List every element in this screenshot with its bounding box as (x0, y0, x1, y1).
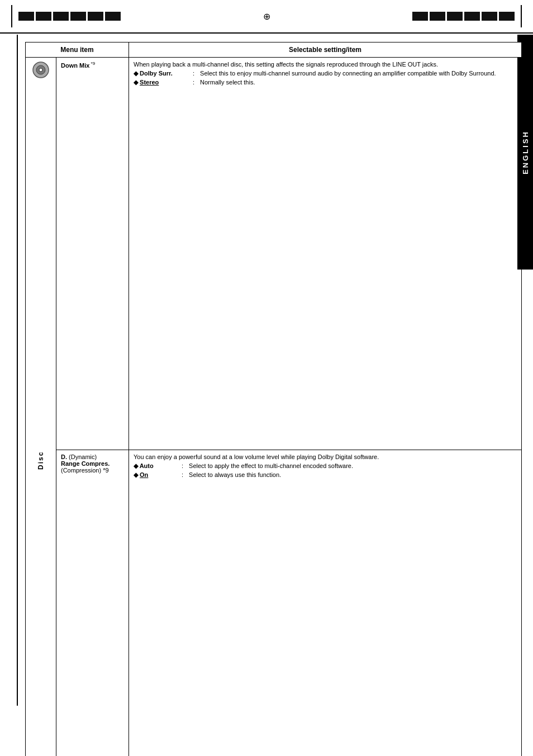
disc-section-content: Disc (30, 61, 51, 756)
right-blocks (412, 12, 515, 21)
page-wrapper: ⊕ ENGLISH (0, 0, 533, 756)
col-menu-item: Menu item (26, 42, 129, 58)
right-vert-bar (521, 5, 522, 27)
block3 (53, 12, 69, 21)
block4 (70, 12, 86, 21)
drange-auto-desc: Select to apply the effect to multi-chan… (189, 462, 353, 469)
rblock3 (447, 12, 463, 21)
right-blocks-row1 (412, 12, 515, 21)
drange-on-label: ◆ On (134, 471, 178, 479)
header-bar: ⊕ (0, 0, 533, 34)
block1 (18, 12, 34, 21)
downmix-dolby-row: ◆ Dolby Surr. : Select this to enjoy mul… (134, 70, 517, 77)
disc-icon (32, 61, 50, 79)
svg-point-2 (39, 68, 42, 72)
downmix-stereo-row: ◆ Stereo : Normally select this. (134, 79, 517, 86)
block2 (36, 12, 51, 21)
rblock1 (412, 12, 428, 21)
colon1: : (193, 70, 194, 77)
disc-row-downmix: Disc Down Mix *9 When playing back a mul… (26, 58, 522, 450)
colon2: : (193, 79, 194, 86)
drange-auto-label: ◆ Auto (134, 462, 178, 470)
block5 (88, 12, 103, 21)
downmix-intro: When playing back a multi-channel disc, … (134, 61, 517, 68)
table-header-row: Menu item Selectable setting/item (26, 42, 522, 58)
downmix-dolby-desc: Select this to enjoy multi-channel surro… (200, 70, 496, 77)
crosshair-center: ⊕ (263, 11, 270, 22)
rblock6 (499, 12, 515, 21)
main-table: Menu item Selectable setting/item (25, 42, 522, 756)
top-bar-right (412, 5, 522, 27)
block6 (105, 12, 121, 21)
downmix-stereo-desc: Normally select this. (200, 79, 255, 86)
downmix-label: Down Mix (61, 62, 89, 69)
drange-label: D. (Dynamic)Range Compres.(Compression) … (61, 453, 110, 474)
downmix-dolby-label: ◆ Dolby Surr. (134, 70, 189, 77)
left-blocks (18, 12, 121, 21)
colon3: : (182, 462, 183, 469)
rblock5 (482, 12, 497, 21)
drange-on-desc: Select to always use this function. (189, 471, 281, 478)
colon4: : (182, 471, 183, 478)
downmix-menu-item: Down Mix *9 (56, 58, 129, 450)
content-area: Menu item Selectable setting/item (0, 34, 533, 756)
disc-section-cell: Disc (26, 58, 56, 757)
disc-label: Disc (37, 82, 45, 756)
col-selectable: Selectable setting/item (129, 42, 522, 58)
drange-on-row: ◆ On : Select to always use this functio… (134, 471, 517, 479)
downmix-sup: *9 (89, 61, 95, 66)
left-vert-bar (11, 5, 12, 27)
downmix-settings: When playing back a multi-channel disc, … (129, 58, 522, 450)
rblock2 (430, 12, 445, 21)
top-blocks-row1 (18, 12, 121, 21)
drange-intro: You can enjoy a powerful sound at a low … (134, 453, 517, 460)
disc-row-drange: D. (Dynamic)Range Compres.(Compression) … (26, 450, 522, 756)
downmix-stereo-label: ◆ Stereo (134, 79, 189, 86)
top-bar-left (11, 5, 121, 27)
header-content: ⊕ (11, 5, 522, 27)
drange-auto-row: ◆ Auto : Select to apply the effect to m… (134, 462, 517, 470)
drange-menu-item: D. (Dynamic)Range Compres.(Compression) … (56, 450, 129, 756)
drange-settings: You can enjoy a powerful sound at a low … (129, 450, 522, 756)
rblock4 (464, 12, 480, 21)
